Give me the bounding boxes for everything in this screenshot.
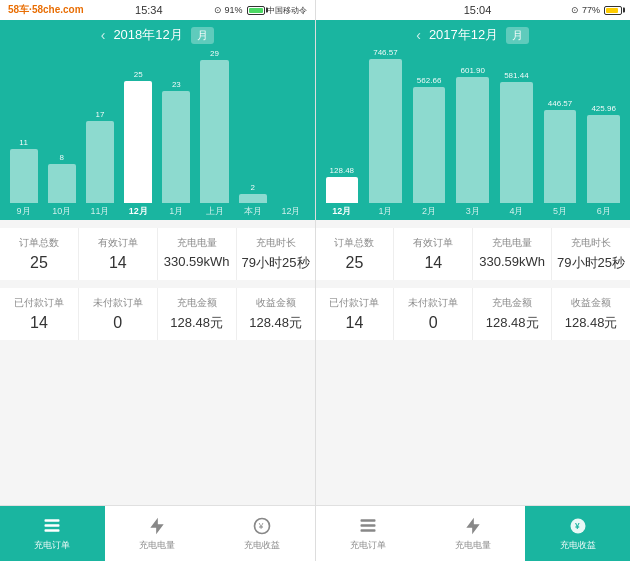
right-bar-label-dec: 12月 bbox=[322, 205, 363, 218]
left-nav-orders[interactable]: 充电订单 bbox=[0, 506, 105, 561]
r-stat-label-charge-amt: 充电金额 bbox=[477, 296, 547, 310]
carrier-icon: 中国移动令 bbox=[267, 5, 307, 16]
battery-icon bbox=[247, 6, 265, 15]
svg-marker-9 bbox=[466, 518, 479, 535]
orders-icon bbox=[41, 515, 63, 537]
stat-label-duration: 充电时长 bbox=[241, 236, 311, 250]
r-stat-total-orders: 订单总数 25 bbox=[316, 228, 395, 280]
right-kwh-icon bbox=[462, 515, 484, 537]
right-nav-kwh[interactable]: 充电电量 bbox=[420, 506, 525, 561]
r-stat-charge-amount: 充电金额 128.48元 bbox=[473, 288, 552, 340]
r-stat-val-total: 25 bbox=[320, 254, 390, 272]
r-stat-valid-orders: 有效订单 14 bbox=[394, 228, 473, 280]
svg-rect-6 bbox=[360, 519, 375, 522]
bar-value: 11 bbox=[19, 138, 28, 147]
stat-total-orders: 订单总数 25 bbox=[0, 228, 79, 280]
watermark: 58车·58che.com bbox=[8, 3, 84, 17]
bar-label-oct: 10月 bbox=[44, 205, 79, 218]
right-bar-label-may: 5月 bbox=[540, 205, 581, 218]
right-signal-icon: ⊙ 77% bbox=[571, 5, 600, 15]
stat-label-charge-amt: 充电金额 bbox=[162, 296, 232, 310]
left-panel: 58车·58che.com 15:34 ⊙ 91% 中国移动令 ‹ 2018年1… bbox=[0, 0, 315, 561]
r-stat-label-paid: 已付款订单 bbox=[320, 296, 390, 310]
left-nav-kwh[interactable]: 充电电量 bbox=[105, 506, 210, 561]
bar-label-jan: 1月 bbox=[159, 205, 194, 218]
bar-value: 8 bbox=[60, 153, 64, 162]
svg-rect-8 bbox=[360, 529, 375, 532]
bar-jan: 23 bbox=[159, 48, 194, 203]
right-panel: 15:04 ⊙ 77% ‹ 2017年12月 月 128.48 746.57 bbox=[316, 0, 631, 561]
bar-label-thismonth: 本月 bbox=[235, 205, 270, 218]
right-bar-label-feb: 2月 bbox=[409, 205, 450, 218]
bar-rect bbox=[500, 82, 533, 203]
bar-label-lastmonth: 上月 bbox=[197, 205, 232, 218]
svg-rect-2 bbox=[45, 529, 60, 532]
right-period-btn[interactable]: 月 bbox=[506, 27, 529, 44]
stat-unpaid-orders: 未付款订单 0 bbox=[79, 288, 158, 340]
right-chart-area: ‹ 2017年12月 月 128.48 746.57 562.66 601 bbox=[316, 20, 631, 220]
right-bar-label-apr: 4月 bbox=[496, 205, 537, 218]
right-nav-income[interactable]: ¥ 充电收益 bbox=[525, 506, 630, 561]
bar-nov: 17 bbox=[82, 48, 117, 203]
right-status-icons: ⊙ 77% bbox=[571, 5, 622, 15]
left-month-title: 2018年12月 bbox=[113, 26, 182, 44]
right-bar-jun: 425.96 bbox=[583, 48, 624, 203]
right-nav-orders[interactable]: 充电订单 bbox=[316, 506, 421, 561]
left-nav-income[interactable]: ¥ 充电收益 bbox=[210, 506, 315, 561]
stat-label-paid: 已付款订单 bbox=[4, 296, 74, 310]
bar-rect bbox=[369, 59, 402, 203]
r-stat-val-valid: 14 bbox=[398, 254, 468, 272]
right-chart-header: ‹ 2017年12月 月 bbox=[316, 20, 631, 48]
stat-paid-orders: 已付款订单 14 bbox=[0, 288, 79, 340]
stat-valid-orders: 有效订单 14 bbox=[79, 228, 158, 280]
bar-rect bbox=[200, 60, 228, 203]
stat-val-income: 128.48元 bbox=[241, 314, 311, 332]
bar-rect bbox=[326, 177, 359, 203]
left-stats-row1: 订单总数 25 有效订单 14 充电电量 330.59kWh 充电时长 79小时… bbox=[0, 228, 315, 280]
right-battery-icon bbox=[604, 6, 622, 15]
right-bar-dec: 128.48 bbox=[322, 48, 363, 203]
bar-value: 29 bbox=[210, 49, 219, 58]
r-stat-income: 收益金额 128.48元 bbox=[552, 288, 630, 340]
right-orders-icon bbox=[357, 515, 379, 537]
stat-val-valid: 14 bbox=[83, 254, 153, 272]
bar-rect bbox=[124, 81, 152, 203]
left-status-icons: ⊙ 91% 中国移动令 bbox=[214, 5, 307, 16]
left-chart-area: ‹ 2018年12月 月 11 8 17 25 bbox=[0, 20, 315, 220]
left-nav-income-label: 充电收益 bbox=[244, 539, 280, 552]
svg-rect-1 bbox=[45, 524, 60, 527]
bar-oct: 8 bbox=[44, 48, 79, 203]
right-stats-row2: 已付款订单 14 未付款订单 0 充电金额 128.48元 收益金额 128.4… bbox=[316, 288, 631, 340]
bar-rect bbox=[239, 194, 267, 203]
bar-value: 128.48 bbox=[330, 166, 354, 175]
left-nav-orders-label: 充电订单 bbox=[34, 539, 70, 552]
stat-income: 收益金额 128.48元 bbox=[237, 288, 315, 340]
r-stat-label-unpaid: 未付款订单 bbox=[398, 296, 468, 310]
svg-marker-3 bbox=[151, 518, 164, 535]
stat-val-kwh: 330.59kWh bbox=[162, 254, 232, 269]
bar-value: 601.90 bbox=[461, 66, 485, 75]
stat-duration: 充电时长 79小时25秒 bbox=[237, 228, 315, 280]
right-stats-area: 订单总数 25 有效订单 14 充电电量 330.59kWh 充电时长 79小时… bbox=[316, 220, 631, 505]
kwh-icon bbox=[146, 515, 168, 537]
bar-rect bbox=[48, 164, 76, 203]
stat-label-income: 收益金额 bbox=[241, 296, 311, 310]
bar-value: 425.96 bbox=[591, 104, 615, 113]
left-time: 15:34 bbox=[135, 4, 163, 16]
left-chart-header: ‹ 2018年12月 月 bbox=[0, 20, 315, 48]
stat-label-kwh: 充电电量 bbox=[162, 236, 232, 250]
stat-kwh: 充电电量 330.59kWh bbox=[158, 228, 237, 280]
r-stat-val-duration: 79小时25秒 bbox=[556, 254, 626, 272]
svg-rect-7 bbox=[360, 524, 375, 527]
right-bar-label-jan: 1月 bbox=[365, 205, 406, 218]
left-prev-arrow[interactable]: ‹ bbox=[101, 27, 106, 43]
left-period-btn[interactable]: 月 bbox=[191, 27, 214, 44]
r-stat-kwh: 充电电量 330.59kWh bbox=[473, 228, 552, 280]
right-prev-arrow[interactable]: ‹ bbox=[416, 27, 421, 43]
bar-rect bbox=[413, 87, 446, 203]
r-stat-val-kwh: 330.59kWh bbox=[477, 254, 547, 269]
svg-rect-0 bbox=[45, 519, 60, 522]
bar-rect bbox=[456, 77, 489, 203]
bar-dec-active: 25 bbox=[121, 48, 156, 203]
right-bar-mar: 601.90 bbox=[452, 48, 493, 203]
